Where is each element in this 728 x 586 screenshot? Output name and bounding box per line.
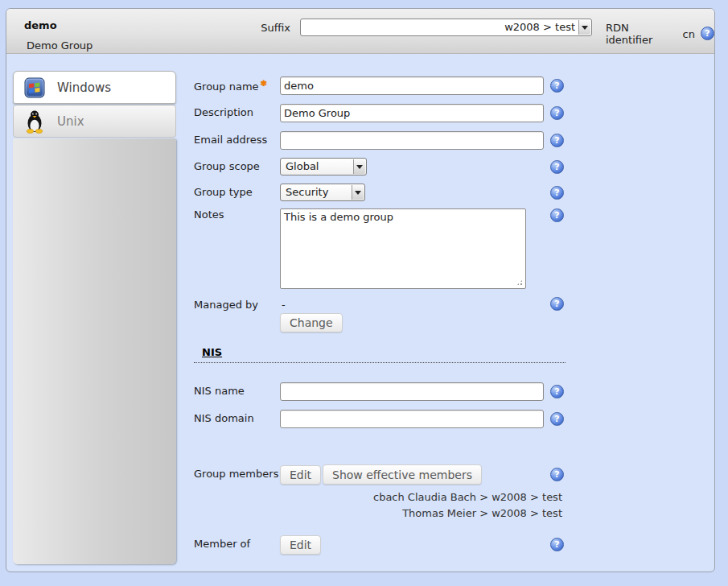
show-effective-members-button[interactable]: Show effective members [323,464,482,485]
page-title: demo [24,19,57,31]
help-icon[interactable]: ? [550,412,564,426]
module-tabs-sidebar: Windows Unix [13,71,176,564]
help-icon[interactable]: ? [550,385,564,398]
help-icon[interactable]: ? [550,297,564,311]
chevron-down-icon[interactable] [578,20,590,35]
nis-section-header: NIS [194,346,566,363]
suffix-select[interactable]: w2008 > test [300,19,592,36]
group-name-input[interactable] [280,76,544,95]
help-icon[interactable]: ? [550,208,564,222]
nis-domain-label: NIS domain [194,412,254,424]
description-input[interactable] [280,104,544,122]
member-of-edit-button[interactable]: Edit [280,535,321,555]
nis-name-label: NIS name [194,385,245,397]
help-icon[interactable]: ? [550,79,564,93]
email-input[interactable] [280,131,544,150]
help-icon[interactable]: ? [550,134,564,147]
group-members-list: cbach Claudia Bach > w2008 > test Thomas… [280,489,562,522]
group-members-label: Group members [194,468,278,480]
nis-section-title: NIS [202,346,222,358]
nis-name-input[interactable] [280,382,544,401]
notes-textarea[interactable]: This is a demo group [280,208,526,289]
group-member-item: Thomas Meier > w2008 > test [280,506,562,522]
suffix-label: Suffix [246,22,290,34]
group-scope-selected-value: Global [286,160,350,172]
nis-domain-input[interactable] [280,410,544,428]
group-type-label: Group type [194,186,253,198]
chevron-down-icon[interactable] [352,185,364,200]
help-icon[interactable]: ? [550,468,564,481]
managed-by-label: Managed by [194,299,258,311]
help-icon[interactable]: ? [701,27,714,40]
group-scope-label: Group scope [194,160,260,172]
tab-unix[interactable]: Unix [13,105,176,138]
notes-field-wrapper: This is a demo group [280,208,526,289]
windows-logo-icon [24,77,45,98]
group-scope-select[interactable]: Global [280,158,367,175]
help-icon[interactable]: ? [550,160,564,174]
suffix-selected-value: w2008 > test [306,21,575,33]
change-button[interactable]: Change [280,313,343,332]
page-subtitle: Demo Group [27,39,93,52]
tab-windows-label: Windows [57,80,111,95]
tab-unix-label: Unix [57,114,84,129]
group-type-select[interactable]: Security [280,184,365,201]
chevron-down-icon[interactable] [353,159,365,174]
rdn-identifier-group: RDN identifier cn ? [606,22,714,46]
rdn-identifier-label: RDN identifier [606,22,677,46]
account-editor-window: demo Demo Group Suffix w2008 > test RDN … [6,8,715,572]
group-members-edit-button[interactable]: Edit [280,465,321,485]
help-icon[interactable]: ? [550,186,564,200]
member-of-label: Member of [194,538,250,550]
group-name-label: Group name✱ [194,79,267,93]
managed-by-value: - [282,299,286,311]
help-icon[interactable]: ? [550,106,564,120]
sidebar-panel [13,138,176,564]
description-label: Description [194,106,253,118]
header-bar: demo Demo Group Suffix w2008 > test RDN … [6,9,714,54]
group-type-selected-value: Security [286,186,348,198]
group-member-item: cbach Claudia Bach > w2008 > test [280,489,562,506]
email-label: Email address [194,134,267,146]
notes-label: Notes [194,208,224,221]
tab-windows[interactable]: Windows [13,71,176,104]
tux-penguin-icon [24,109,45,134]
required-marker-icon: ✱ [261,79,267,88]
rdn-identifier-value: cn [683,28,695,40]
help-icon[interactable]: ? [550,538,564,551]
